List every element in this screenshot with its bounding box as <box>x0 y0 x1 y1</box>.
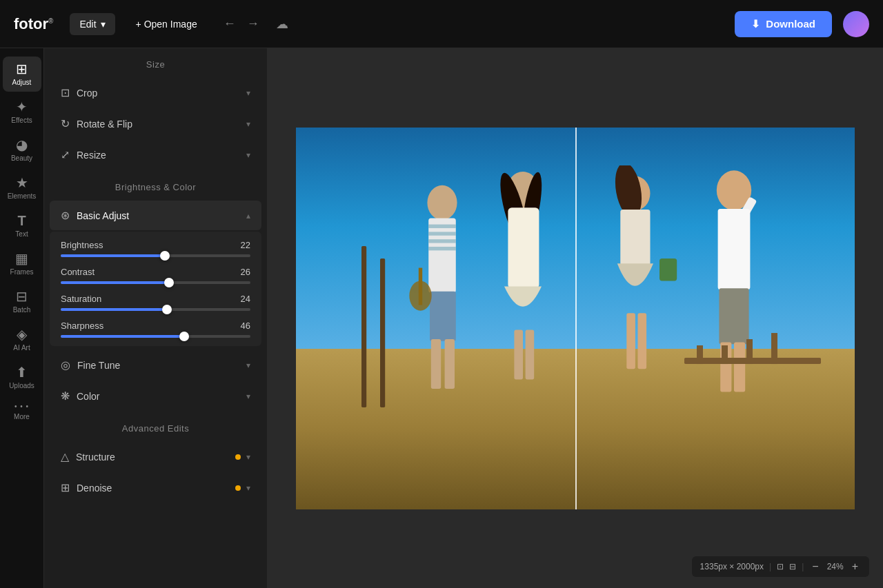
status-bar: 1335px × 2000px | ⊡ ⊟ | − 24% + <box>692 556 869 577</box>
svg-rect-6 <box>428 239 456 243</box>
before-after-divider[interactable] <box>575 128 577 509</box>
text-icon: T <box>17 214 26 227</box>
basic-adjust-chevron-icon: ▴ <box>246 211 250 221</box>
undo-button[interactable]: ← <box>221 14 239 34</box>
svg-rect-8 <box>430 292 456 341</box>
svg-rect-1 <box>380 258 385 407</box>
adjust-icon: ⊞ <box>16 62 28 76</box>
topbar: fotor® Edit ▾ + Open Image ← → ☁ ⬇ Downl… <box>0 0 883 48</box>
svg-rect-30 <box>734 342 745 392</box>
zoom-out-button[interactable]: − <box>809 560 821 573</box>
image-container <box>296 128 855 509</box>
download-icon: ⬇ <box>751 18 760 30</box>
brightness-color-section-header: Brightness & Color <box>44 171 267 199</box>
download-button[interactable]: ⬇ Download <box>735 11 832 37</box>
svg-rect-35 <box>771 333 777 364</box>
left-panel: Size ⊡ Crop ▾ ↻ Rotate & Flip ▾ ⤢ Resize… <box>44 48 268 588</box>
contrast-value: 26 <box>241 267 250 277</box>
svg-rect-34 <box>746 339 753 364</box>
brightness-fill <box>61 254 165 257</box>
basic-adjust-label: Basic Adjust <box>77 210 246 221</box>
structure-dot <box>235 454 241 460</box>
svg-rect-23 <box>637 313 646 369</box>
brightness-label: Brightness <box>61 240 103 250</box>
nav-item-effects[interactable]: ✦ Effects <box>3 94 41 130</box>
contrast-label: Contrast <box>61 267 95 277</box>
crop-row[interactable]: ⊡ Crop ▾ <box>50 78 261 108</box>
svg-rect-16 <box>508 207 539 288</box>
nav-item-more[interactable]: • • • More <box>3 398 41 426</box>
image-dimensions: 1335px × 2000px <box>700 562 764 571</box>
fine-tune-label: Fine Tune <box>77 360 246 371</box>
saturation-slider[interactable] <box>61 308 250 311</box>
svg-rect-3 <box>428 218 456 292</box>
svg-rect-21 <box>620 210 650 265</box>
nav-label-effects: Effects <box>11 116 32 124</box>
saturation-fill <box>61 308 167 311</box>
contrast-slider[interactable] <box>61 281 250 284</box>
nav-label-ai-art: AI Art <box>13 344 30 352</box>
sharpness-value: 46 <box>241 321 250 331</box>
crop-chevron-icon: ▾ <box>246 88 250 98</box>
basic-adjust-icon: ⊛ <box>61 209 70 222</box>
zoom-in-button[interactable]: + <box>849 560 861 573</box>
layout-icon: ⊟ <box>789 562 796 571</box>
nav-item-ai-art[interactable]: ◈ AI Art <box>3 322 41 357</box>
fine-tune-row[interactable]: ◎ Fine Tune ▾ <box>50 350 261 380</box>
cloud-save-button[interactable]: ☁ <box>273 14 291 34</box>
nav-item-frames[interactable]: ▦ Frames <box>3 246 41 281</box>
beauty-icon: ◕ <box>16 138 28 152</box>
contrast-thumb[interactable] <box>164 278 174 287</box>
color-chevron-icon: ▾ <box>246 392 250 401</box>
basic-adjust-row[interactable]: ⊛ Basic Adjust ▴ <box>50 201 261 230</box>
nav-label-frames: Frames <box>10 268 34 276</box>
svg-rect-22 <box>626 313 635 369</box>
rotate-icon: ↻ <box>61 117 70 130</box>
structure-chevron-icon: ▾ <box>246 452 250 462</box>
avatar[interactable] <box>843 11 869 37</box>
structure-label: Structure <box>76 452 235 463</box>
svg-rect-7 <box>428 247 456 250</box>
color-label: Color <box>77 391 246 402</box>
brightness-slider-row: Brightness 22 <box>61 240 250 257</box>
nav-label-beauty: Beauty <box>11 154 32 162</box>
sharpness-slider-row: Sharpness 46 <box>61 321 250 338</box>
basic-adjust-content: Brightness 22 Contrast 26 <box>50 232 261 346</box>
rotate-chevron-icon: ▾ <box>246 119 250 129</box>
edit-button[interactable]: Edit ▾ <box>70 13 115 35</box>
canvas-area: 1335px × 2000px | ⊡ ⊟ | − 24% + <box>268 48 883 588</box>
svg-rect-27 <box>717 209 750 290</box>
resize-chevron-icon: ▾ <box>246 150 250 160</box>
resize-row[interactable]: ⤢ Resize ▾ <box>50 140 261 170</box>
nav-item-batch[interactable]: ⊟ Batch <box>3 284 41 319</box>
sharpness-slider[interactable] <box>61 335 250 338</box>
nav-label-more: More <box>14 413 30 420</box>
color-row[interactable]: ❋ Color ▾ <box>50 381 261 411</box>
color-icon: ❋ <box>61 389 70 403</box>
nav-item-beauty[interactable]: ◕ Beauty <box>3 132 41 168</box>
nav-label-batch: Batch <box>13 306 31 314</box>
structure-row[interactable]: △ Structure ▾ <box>50 442 261 472</box>
nav-item-adjust[interactable]: ⊞ Adjust <box>3 57 41 92</box>
fine-tune-chevron-icon: ▾ <box>246 361 250 370</box>
brightness-thumb[interactable] <box>160 251 170 261</box>
denoise-row[interactable]: ⊞ Denoise ▾ <box>50 473 261 503</box>
photo <box>296 128 855 509</box>
svg-rect-0 <box>361 246 366 407</box>
chevron-down-icon: ▾ <box>101 19 106 30</box>
open-image-label: + Open Image <box>136 19 197 30</box>
rotate-flip-row[interactable]: ↻ Rotate & Flip ▾ <box>50 109 261 139</box>
open-image-button[interactable]: + Open Image <box>126 13 207 35</box>
saturation-thumb[interactable] <box>162 305 172 314</box>
redo-button[interactable]: → <box>244 14 262 34</box>
resize-label: Resize <box>77 150 246 161</box>
denoise-dot <box>235 485 241 491</box>
nav-label-text: Text <box>15 230 28 238</box>
nav-item-uploads[interactable]: ⬆ Uploads <box>3 360 41 395</box>
nav-item-elements[interactable]: ★ Elements <box>3 170 41 205</box>
saturation-label: Saturation <box>61 294 101 304</box>
sharpness-thumb[interactable] <box>179 332 189 341</box>
frames-icon: ▦ <box>15 252 28 265</box>
brightness-slider[interactable] <box>61 254 250 257</box>
nav-item-text[interactable]: T Text <box>3 208 41 243</box>
